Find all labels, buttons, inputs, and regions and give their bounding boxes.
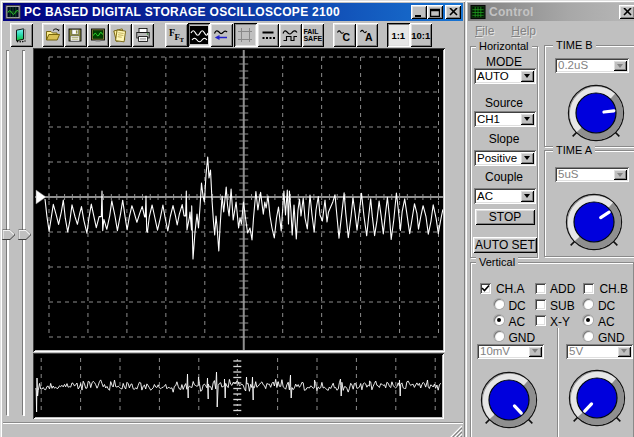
channel-a-ac-radio[interactable] — [494, 315, 504, 325]
channel-b-dc-label: DC — [598, 299, 615, 313]
channel-b-checkbox-label: CH.B — [599, 282, 628, 296]
grid-toggle-button — [234, 23, 257, 47]
channel-b-ac-label: AC — [598, 315, 615, 329]
main-titlebar[interactable]: PC BASED DIGITAL STORAGE OSCILLOSCOPE 21… — [3, 3, 463, 21]
save-button[interactable] — [64, 23, 87, 47]
control-close-button[interactable] — [619, 5, 634, 19]
resize-grip[interactable] — [447, 423, 462, 437]
exit-button[interactable] — [10, 23, 33, 47]
menu-file[interactable]: File — [475, 24, 494, 40]
fail-safe-button[interactable]: FAILSAFE — [302, 23, 325, 47]
notes-icon — [112, 27, 128, 43]
maximize-button[interactable] — [427, 5, 443, 19]
add-checkbox[interactable] — [535, 283, 546, 294]
time-b-group: TIME B 0.2uS — [544, 45, 634, 147]
slope-combobox[interactable]: Positive — [474, 150, 536, 166]
cal-c-icon — [336, 27, 352, 43]
cal-a-icon — [359, 27, 375, 43]
waveform-display-icon — [90, 27, 106, 43]
channel-b-dc-radio[interactable] — [583, 299, 593, 309]
main-window: PC BASED DIGITAL STORAGE OSCILLOSCOPE 21… — [0, 0, 466, 437]
main-window-title: PC BASED DIGITAL STORAGE OSCILLOSCOPE 21… — [24, 5, 340, 19]
time-a-combobox[interactable]: 5uS — [555, 167, 629, 182]
menu-help[interactable]: Help — [511, 24, 536, 40]
statusbar — [3, 424, 463, 437]
couple-combobox-arrow[interactable] — [520, 190, 534, 202]
channel-a-dc-radio[interactable] — [494, 299, 504, 309]
save-icon — [67, 27, 83, 43]
smoothing-button[interactable] — [279, 23, 302, 47]
time-a-combobox-arrow[interactable] — [613, 169, 627, 180]
channel-a-checkbox[interactable] — [480, 283, 491, 294]
wave-mode-button[interactable] — [188, 23, 211, 47]
probe-10-1-button[interactable]: 10:1 — [410, 23, 433, 47]
print-button[interactable] — [132, 23, 155, 47]
channel-a-position-slider[interactable] — [2, 229, 16, 241]
couple-label: Couple — [471, 170, 537, 184]
source-combobox[interactable]: CH1 — [474, 111, 536, 127]
time-b-group-label: TIME B — [553, 39, 596, 51]
main-scope-display[interactable] — [35, 50, 443, 350]
probe-1-1-button[interactable]: 1:1 — [387, 23, 410, 47]
channel-b-ac-radio[interactable] — [583, 315, 593, 325]
toolbar: FAILSAFE1:110:1 — [10, 23, 432, 47]
ratio-1-1-icon: 1:1 — [391, 30, 405, 41]
channel-a-range-combobox[interactable]: 10mV — [477, 344, 544, 359]
source-label: Source — [471, 96, 537, 110]
xy-checkbox[interactable] — [535, 315, 546, 326]
channel-b-knob[interactable] — [563, 364, 631, 432]
mode-combobox-arrow[interactable] — [520, 70, 534, 82]
time-b-knob[interactable] — [562, 79, 630, 147]
time-b-combobox-arrow[interactable] — [613, 60, 627, 71]
channel-a-gnd-radio[interactable] — [494, 331, 504, 341]
channel-b-range-arrow[interactable] — [617, 346, 631, 357]
channel-b-checkbox[interactable] — [583, 283, 594, 294]
time-b-combobox[interactable]: 0.2uS — [555, 58, 629, 73]
channel-a-checkbox-label: CH.A — [496, 282, 525, 296]
overview-scope-display[interactable] — [35, 355, 442, 417]
channel-b-range-combobox[interactable]: 5V — [566, 344, 633, 359]
recall-button[interactable] — [210, 23, 233, 47]
channel-b-gnd-radio[interactable] — [583, 331, 593, 341]
ratio-10-1-icon: 10:1 — [411, 30, 430, 41]
fft-button[interactable] — [165, 23, 188, 47]
channel-b-position-slider[interactable] — [18, 229, 32, 241]
dot-join-button[interactable] — [257, 23, 280, 47]
couple-combobox[interactable]: AC — [474, 188, 536, 204]
notes-button[interactable] — [109, 23, 132, 47]
print-icon — [135, 27, 151, 43]
app-icon — [5, 5, 21, 20]
control-titlebar[interactable]: Control — [468, 3, 634, 21]
time-a-knob[interactable] — [560, 188, 628, 256]
open-folder-icon — [45, 27, 61, 43]
control-icon — [470, 5, 486, 20]
mode-combobox[interactable]: AUTO — [474, 68, 536, 84]
add-checkbox-label: ADD — [550, 282, 575, 296]
slope-label: Slope — [471, 132, 537, 146]
channel-a-range-arrow[interactable] — [528, 346, 542, 357]
mode-label: MODE — [471, 55, 537, 69]
minimize-button[interactable] — [411, 5, 427, 19]
calibrate-c-button[interactable] — [333, 23, 356, 47]
stop-button[interactable]: STOP — [475, 209, 535, 225]
calibrate-a-button[interactable] — [356, 23, 379, 47]
dot-join-icon — [260, 27, 276, 43]
smoothing-icon — [282, 27, 298, 43]
xy-checkbox-label: X-Y — [550, 315, 570, 329]
open-button[interactable] — [42, 23, 65, 47]
sub-checkbox-label: SUB — [550, 299, 575, 313]
close-button[interactable] — [445, 5, 461, 19]
recall-icon — [213, 27, 229, 43]
vertical-group-label: Vertical — [476, 256, 518, 268]
time-a-group: TIME A 5uS — [544, 150, 634, 257]
slope-combobox-arrow[interactable] — [520, 152, 534, 164]
channel-a-knob[interactable] — [475, 366, 543, 434]
sub-checkbox[interactable] — [535, 299, 546, 310]
channel-a-dc-label: DC — [508, 299, 525, 313]
control-window-title: Control — [489, 5, 534, 19]
waveform-display-button[interactable] — [87, 23, 110, 47]
auto-set-button[interactable]: AUTO SET — [473, 237, 537, 253]
desktop: PC BASED DIGITAL STORAGE OSCILLOSCOPE 21… — [0, 0, 634, 437]
vertical-group-divider — [557, 328, 559, 437]
source-combobox-arrow[interactable] — [520, 113, 534, 125]
